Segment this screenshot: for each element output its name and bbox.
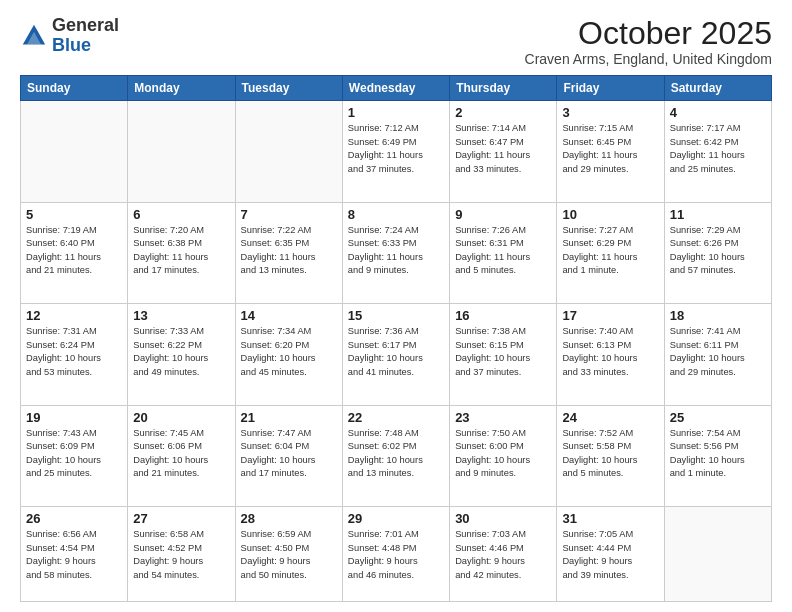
day-number: 25 [670,410,766,425]
table-row: 22Sunrise: 7:48 AMSunset: 6:02 PMDayligh… [342,405,449,507]
table-row: 28Sunrise: 6:59 AMSunset: 4:50 PMDayligh… [235,507,342,602]
day-info: Sunrise: 7:36 AMSunset: 6:17 PMDaylight:… [348,325,444,379]
day-info: Sunrise: 6:58 AMSunset: 4:52 PMDaylight:… [133,528,229,582]
day-number: 26 [26,511,122,526]
table-row: 15Sunrise: 7:36 AMSunset: 6:17 PMDayligh… [342,304,449,406]
day-info: Sunrise: 7:45 AMSunset: 6:06 PMDaylight:… [133,427,229,481]
day-info: Sunrise: 7:40 AMSunset: 6:13 PMDaylight:… [562,325,658,379]
table-row: 6Sunrise: 7:20 AMSunset: 6:38 PMDaylight… [128,202,235,304]
day-number: 10 [562,207,658,222]
calendar-week-row: 5Sunrise: 7:19 AMSunset: 6:40 PMDaylight… [21,202,772,304]
table-row: 7Sunrise: 7:22 AMSunset: 6:35 PMDaylight… [235,202,342,304]
day-number: 7 [241,207,337,222]
calendar-header-row: Sunday Monday Tuesday Wednesday Thursday… [21,76,772,101]
table-row: 9Sunrise: 7:26 AMSunset: 6:31 PMDaylight… [450,202,557,304]
table-row: 13Sunrise: 7:33 AMSunset: 6:22 PMDayligh… [128,304,235,406]
day-number: 5 [26,207,122,222]
day-info: Sunrise: 7:50 AMSunset: 6:00 PMDaylight:… [455,427,551,481]
col-monday: Monday [128,76,235,101]
table-row: 5Sunrise: 7:19 AMSunset: 6:40 PMDaylight… [21,202,128,304]
col-saturday: Saturday [664,76,771,101]
day-info: Sunrise: 7:19 AMSunset: 6:40 PMDaylight:… [26,224,122,278]
table-row: 3Sunrise: 7:15 AMSunset: 6:45 PMDaylight… [557,101,664,203]
day-info: Sunrise: 7:12 AMSunset: 6:49 PMDaylight:… [348,122,444,176]
table-row [128,101,235,203]
day-info: Sunrise: 7:41 AMSunset: 6:11 PMDaylight:… [670,325,766,379]
table-row: 16Sunrise: 7:38 AMSunset: 6:15 PMDayligh… [450,304,557,406]
day-number: 4 [670,105,766,120]
day-number: 19 [26,410,122,425]
month-title: October 2025 [525,16,772,51]
logo-text: General Blue [52,16,119,56]
day-number: 31 [562,511,658,526]
table-row: 2Sunrise: 7:14 AMSunset: 6:47 PMDaylight… [450,101,557,203]
day-number: 14 [241,308,337,323]
day-info: Sunrise: 7:17 AMSunset: 6:42 PMDaylight:… [670,122,766,176]
table-row: 10Sunrise: 7:27 AMSunset: 6:29 PMDayligh… [557,202,664,304]
day-number: 29 [348,511,444,526]
day-number: 12 [26,308,122,323]
table-row [664,507,771,602]
day-number: 9 [455,207,551,222]
col-wednesday: Wednesday [342,76,449,101]
table-row: 30Sunrise: 7:03 AMSunset: 4:46 PMDayligh… [450,507,557,602]
table-row [21,101,128,203]
day-info: Sunrise: 7:20 AMSunset: 6:38 PMDaylight:… [133,224,229,278]
table-row: 14Sunrise: 7:34 AMSunset: 6:20 PMDayligh… [235,304,342,406]
table-row: 25Sunrise: 7:54 AMSunset: 5:56 PMDayligh… [664,405,771,507]
table-row: 24Sunrise: 7:52 AMSunset: 5:58 PMDayligh… [557,405,664,507]
table-row: 1Sunrise: 7:12 AMSunset: 6:49 PMDaylight… [342,101,449,203]
title-block: October 2025 Craven Arms, England, Unite… [525,16,772,67]
table-row: 29Sunrise: 7:01 AMSunset: 4:48 PMDayligh… [342,507,449,602]
calendar-week-row: 26Sunrise: 6:56 AMSunset: 4:54 PMDayligh… [21,507,772,602]
day-number: 20 [133,410,229,425]
table-row: 21Sunrise: 7:47 AMSunset: 6:04 PMDayligh… [235,405,342,507]
day-number: 8 [348,207,444,222]
day-number: 16 [455,308,551,323]
day-number: 6 [133,207,229,222]
table-row: 17Sunrise: 7:40 AMSunset: 6:13 PMDayligh… [557,304,664,406]
calendar-body: 1Sunrise: 7:12 AMSunset: 6:49 PMDaylight… [21,101,772,602]
day-number: 23 [455,410,551,425]
day-number: 2 [455,105,551,120]
day-info: Sunrise: 7:31 AMSunset: 6:24 PMDaylight:… [26,325,122,379]
logo-general-text: General [52,15,119,35]
table-row: 31Sunrise: 7:05 AMSunset: 4:44 PMDayligh… [557,507,664,602]
day-number: 28 [241,511,337,526]
table-row: 27Sunrise: 6:58 AMSunset: 4:52 PMDayligh… [128,507,235,602]
day-number: 1 [348,105,444,120]
day-info: Sunrise: 7:47 AMSunset: 6:04 PMDaylight:… [241,427,337,481]
logo: General Blue [20,16,119,56]
col-sunday: Sunday [21,76,128,101]
day-number: 21 [241,410,337,425]
table-row: 18Sunrise: 7:41 AMSunset: 6:11 PMDayligh… [664,304,771,406]
table-row: 26Sunrise: 6:56 AMSunset: 4:54 PMDayligh… [21,507,128,602]
table-row: 19Sunrise: 7:43 AMSunset: 6:09 PMDayligh… [21,405,128,507]
calendar-week-row: 19Sunrise: 7:43 AMSunset: 6:09 PMDayligh… [21,405,772,507]
day-info: Sunrise: 7:48 AMSunset: 6:02 PMDaylight:… [348,427,444,481]
table-row: 4Sunrise: 7:17 AMSunset: 6:42 PMDaylight… [664,101,771,203]
day-info: Sunrise: 7:27 AMSunset: 6:29 PMDaylight:… [562,224,658,278]
day-number: 15 [348,308,444,323]
col-tuesday: Tuesday [235,76,342,101]
page: General Blue October 2025 Craven Arms, E… [0,0,792,612]
table-row: 11Sunrise: 7:29 AMSunset: 6:26 PMDayligh… [664,202,771,304]
day-number: 17 [562,308,658,323]
day-info: Sunrise: 7:54 AMSunset: 5:56 PMDaylight:… [670,427,766,481]
day-number: 27 [133,511,229,526]
day-number: 22 [348,410,444,425]
day-info: Sunrise: 7:05 AMSunset: 4:44 PMDaylight:… [562,528,658,582]
day-number: 30 [455,511,551,526]
day-info: Sunrise: 7:43 AMSunset: 6:09 PMDaylight:… [26,427,122,481]
table-row: 12Sunrise: 7:31 AMSunset: 6:24 PMDayligh… [21,304,128,406]
day-info: Sunrise: 7:52 AMSunset: 5:58 PMDaylight:… [562,427,658,481]
calendar-week-row: 12Sunrise: 7:31 AMSunset: 6:24 PMDayligh… [21,304,772,406]
day-info: Sunrise: 7:22 AMSunset: 6:35 PMDaylight:… [241,224,337,278]
day-number: 18 [670,308,766,323]
table-row: 20Sunrise: 7:45 AMSunset: 6:06 PMDayligh… [128,405,235,507]
day-number: 24 [562,410,658,425]
day-info: Sunrise: 7:03 AMSunset: 4:46 PMDaylight:… [455,528,551,582]
day-number: 11 [670,207,766,222]
day-info: Sunrise: 7:38 AMSunset: 6:15 PMDaylight:… [455,325,551,379]
day-info: Sunrise: 6:56 AMSunset: 4:54 PMDaylight:… [26,528,122,582]
